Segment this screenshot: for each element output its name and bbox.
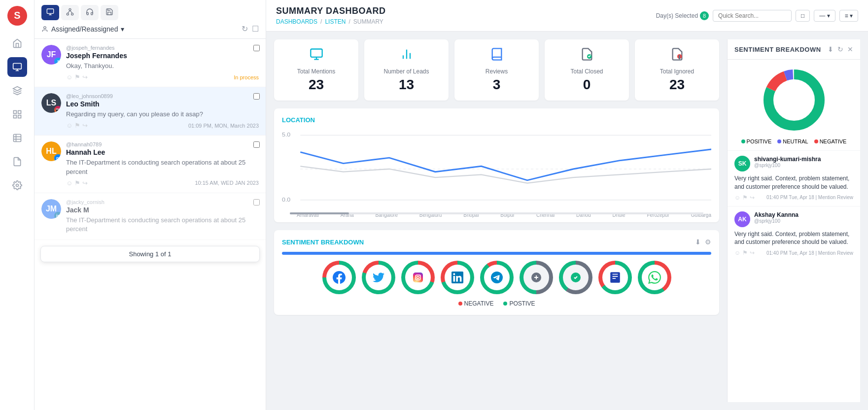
flag-icon[interactable]: ⚑ xyxy=(74,73,80,81)
name-leo: Leo Smith xyxy=(66,100,259,108)
page-title: SUMMARY DASHBOARD xyxy=(276,6,386,16)
download-icon[interactable]: ⬇ xyxy=(695,238,701,246)
right-panel-header: SENTIMENT BREAKDOWN ⬇ ↻ ✕ xyxy=(728,39,860,60)
svg-rect-4 xyxy=(13,111,16,114)
checkbox-joseph[interactable] xyxy=(253,45,260,51)
emoji-icon[interactable]: ☺ xyxy=(66,179,72,187)
name-joseph: Joseph Fernandes xyxy=(66,52,259,60)
nav-inbox[interactable] xyxy=(7,57,27,77)
select-all-checkbox[interactable]: ☐ xyxy=(252,24,259,34)
stat-icon-ignored: ! xyxy=(643,47,711,64)
settings-icon[interactable]: ⚙ xyxy=(705,238,711,246)
flag-icon[interactable]: ⚑ xyxy=(742,249,748,256)
tab-inbox[interactable] xyxy=(41,5,59,20)
emoji-icon[interactable]: ☺ xyxy=(734,249,740,256)
sentiment-card: SENTIMENT BREAKDOWN ⬇ ⚙ xyxy=(274,230,719,315)
social-icon-twitter[interactable] xyxy=(362,261,395,294)
meta-joseph: ☺ ⚑ ↪ In process xyxy=(66,73,259,81)
rp-close-icon[interactable]: ✕ xyxy=(847,45,853,53)
donut-legend-neutral: NEUTRAL xyxy=(777,138,808,144)
mention-handle-shivangi: @sprkjy100 xyxy=(754,163,821,168)
avatar-hannah: HL m xyxy=(41,141,61,161)
checkbox-leo[interactable] xyxy=(253,93,260,100)
social-icon-other1[interactable] xyxy=(520,261,553,294)
chart-scroll-indicator[interactable] xyxy=(290,212,703,214)
tab-network[interactable] xyxy=(61,5,79,20)
conv-item-joseph[interactable]: JF t @jospeh_fernandes Joseph Fernandes … xyxy=(35,39,266,87)
svg-rect-5 xyxy=(18,111,21,114)
nav-file[interactable] xyxy=(7,152,27,171)
control-btn-2[interactable]: — ▾ xyxy=(814,10,835,22)
tab-saved[interactable] xyxy=(101,5,118,20)
forward-icon[interactable]: ↪ xyxy=(82,73,88,81)
mention-time-shivangi: 01:40 PM Tue, Apr 18 | Mention Review xyxy=(766,195,853,200)
days-selected: Day(s) Selected 8 xyxy=(656,11,709,20)
nav-home[interactable] xyxy=(7,34,27,53)
conv-icons-joseph: ☺ ⚑ ↪ xyxy=(66,73,88,81)
location-chart-title: LOCATION xyxy=(282,116,711,124)
legend-dot-positive xyxy=(503,302,507,306)
sentiment-header: SENTIMENT BREAKDOWN ⬇ ⚙ xyxy=(282,238,711,246)
social-icon-instagram[interactable] xyxy=(401,261,435,294)
social-icon-whatsapp[interactable] xyxy=(638,261,671,294)
msg-leo: Regarding my query, can you please do it… xyxy=(66,110,259,119)
nav-grid[interactable] xyxy=(7,104,27,124)
rp-refresh-icon[interactable]: ↻ xyxy=(837,45,843,53)
donut-legend-negative: NEGATIVE xyxy=(814,138,847,144)
stat-card-leads: Number of Leads 13 xyxy=(364,39,449,101)
stat-value-ignored: 23 xyxy=(643,77,711,93)
quick-search-input[interactable] xyxy=(713,10,792,22)
social-icon-telegram[interactable] xyxy=(480,261,514,294)
forward-icon[interactable]: ↪ xyxy=(82,179,88,187)
mention-header-shivangi: SK shivangi-kumari-mishra @sprkjy100 xyxy=(734,156,853,171)
svg-point-15 xyxy=(67,13,69,15)
dashboard-header: SUMMARY DASHBOARD DASHBOARDS / LISTEN / … xyxy=(266,0,868,32)
social-icon-linkedin[interactable] xyxy=(441,261,474,294)
mention-icons-akshay: ☺ ⚑ ↪ xyxy=(734,249,755,256)
tab-headset[interactable] xyxy=(81,5,99,20)
breadcrumb: DASHBOARDS / LISTEN / SUMMARY xyxy=(276,18,386,25)
avatar-shivangi: SK xyxy=(734,156,750,171)
filter-label[interactable]: Assigned/Reassigned ▾ xyxy=(41,25,124,33)
flag-icon[interactable]: ⚑ xyxy=(74,122,80,129)
emoji-icon[interactable]: ☺ xyxy=(66,122,72,129)
stat-value-reviews: 3 xyxy=(462,77,531,93)
nav-layers[interactable] xyxy=(7,81,27,101)
refresh-icon[interactable]: ↻ xyxy=(242,24,248,34)
checkbox-hannah[interactable] xyxy=(253,141,260,148)
nav-settings[interactable] xyxy=(7,175,27,195)
forward-icon[interactable]: ↪ xyxy=(750,194,755,201)
forward-icon[interactable]: ↪ xyxy=(750,249,755,256)
filter-actions: ↻ ☐ xyxy=(242,24,259,34)
right-panel-title: SENTIMENT BREAKDOWN xyxy=(734,46,821,53)
stat-label-mentions: Total Mentions xyxy=(282,68,350,75)
breadcrumb-dashboards[interactable]: DASHBOARDS xyxy=(276,18,317,25)
svg-marker-3 xyxy=(13,87,21,91)
rp-download-icon[interactable]: ⬇ xyxy=(828,45,833,53)
emoji-icon[interactable]: ☺ xyxy=(66,73,72,81)
social-icon-facebook[interactable] xyxy=(322,261,356,294)
stat-card-total-mentions: Total Mentions 23 xyxy=(274,39,358,101)
right-panel: SENTIMENT BREAKDOWN ⬇ ↻ ✕ xyxy=(727,39,860,402)
conv-item-hannah[interactable]: HL m @hannah0789 Hannah Lee The IT-Depar… xyxy=(35,136,266,193)
stat-value-closed: 0 xyxy=(553,77,621,93)
legend-dot-negative xyxy=(458,302,462,306)
svg-point-14 xyxy=(69,8,71,10)
control-btn-3[interactable]: ≡ ▾ xyxy=(839,10,858,22)
avatar-leo: LS 📷 xyxy=(41,93,61,113)
social-icon-other3[interactable] xyxy=(598,261,632,294)
emoji-icon[interactable]: ☺ xyxy=(734,194,740,201)
app-logo[interactable]: S xyxy=(7,6,27,26)
svg-rect-6 xyxy=(13,115,16,118)
breadcrumb-listen[interactable]: LISTEN xyxy=(325,18,346,25)
forward-icon[interactable]: ↪ xyxy=(82,122,88,129)
conv-item-jack[interactable]: JM in @jacky_cornish Jack M The IT-Depar… xyxy=(35,193,266,240)
avatar-akshay: AK xyxy=(734,211,750,227)
flag-icon[interactable]: ⚑ xyxy=(742,194,748,201)
flag-icon[interactable]: ⚑ xyxy=(74,179,80,187)
control-btn-1[interactable]: □ xyxy=(796,10,810,22)
nav-table[interactable] xyxy=(7,128,27,148)
conv-item-leo[interactable]: LS 📷 @leo_johnson0899 Leo Smith Regardin… xyxy=(35,87,266,136)
checkbox-jack[interactable] xyxy=(253,199,260,205)
social-icon-other2[interactable] xyxy=(559,261,592,294)
